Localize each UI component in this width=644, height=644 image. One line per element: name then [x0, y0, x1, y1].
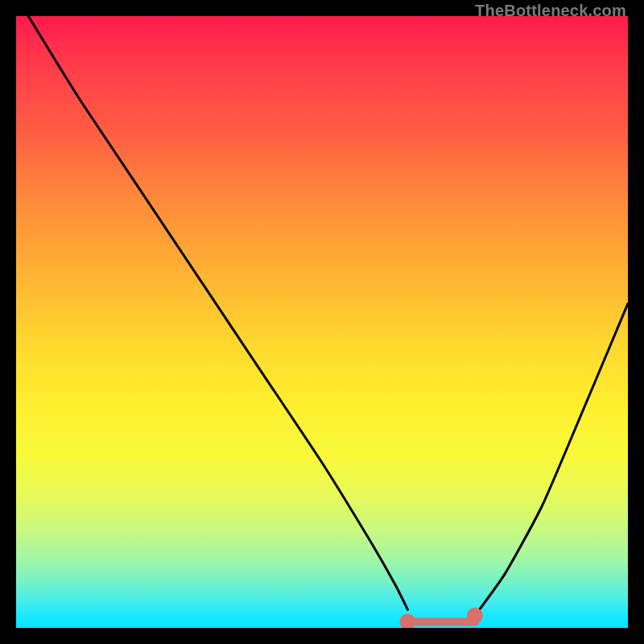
chart-root: TheBottleneck.com [0, 0, 644, 644]
plot-area [16, 16, 628, 628]
marker-left [399, 613, 415, 628]
chart-svg [16, 16, 628, 628]
marker-right [467, 608, 483, 624]
curve-right [475, 303, 628, 616]
curve-left [28, 16, 407, 609]
